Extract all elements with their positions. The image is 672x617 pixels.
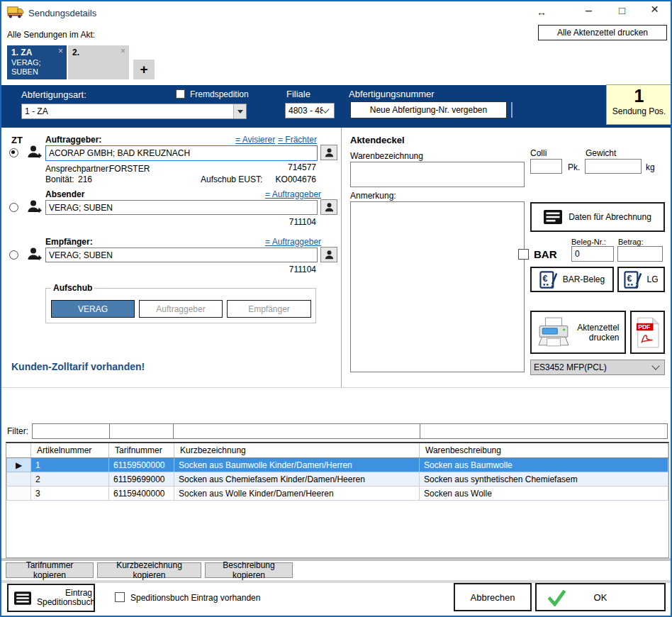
gewicht-input[interactable]	[585, 159, 642, 174]
speditionsbuch-checkbox[interactable]	[115, 592, 125, 602]
copy-tarifnummer-button[interactable]: Tarifnummer kopieren	[6, 562, 94, 578]
bonitaet-value: 216	[78, 174, 92, 184]
betrag-input[interactable]	[617, 246, 663, 262]
eintrag-speditionsbuch-button[interactable]: Eintrag Speditionsbuch	[7, 584, 95, 612]
empfaenger-radio[interactable]	[9, 250, 18, 260]
filter-tarifnummer-input[interactable]	[109, 423, 174, 439]
print-all-aktenzettel-button[interactable]: Alle Aktenzettel drucken	[538, 25, 667, 40]
svg-text:€: €	[542, 274, 547, 284]
filter-warenbeschreibung-input[interactable]	[420, 423, 668, 439]
cell-tarifnummer[interactable]: 61159699000	[109, 472, 174, 487]
close-icon[interactable]: ×	[651, 4, 659, 14]
filiale-dropdown-icon	[321, 105, 329, 113]
maximize-icon[interactable]: □	[619, 6, 625, 16]
absender-person-button[interactable]	[320, 199, 337, 215]
filter-kurzbezeichnung-input[interactable]	[173, 423, 420, 439]
anmerkung-textarea[interactable]	[350, 201, 525, 372]
grid-header-row: Artikelnummer Tarifnummer Kurzbezeichnun…	[7, 443, 668, 458]
fraechter-link[interactable]: = Frächter	[278, 135, 317, 145]
article-row-3[interactable]: 3 61159400000 Socken aus Wolle Kinder/Da…	[7, 487, 668, 501]
empfaenger-input[interactable]	[45, 248, 318, 262]
cell-tarifnummer[interactable]: 61159500000	[109, 458, 174, 472]
absender-radio[interactable]	[9, 203, 18, 212]
cell-kurzbezeichnung[interactable]: Socken aus Chemiefasem Kinder/Damen/Heer…	[174, 472, 420, 487]
cell-artikelnummer[interactable]: 2	[31, 472, 109, 487]
cell-kurzbezeichnung[interactable]: Socken aus Wolle Kinder/Damen/Heeren	[174, 487, 420, 501]
beleg-nr-input[interactable]	[571, 246, 614, 262]
auftraggeber-person-button[interactable]	[320, 145, 337, 160]
aktenzettel-drucken-button[interactable]: Aktenzettel drucken	[530, 311, 626, 354]
shipment-tab-2[interactable]: 2. ×	[68, 45, 129, 79]
add-absender-person-icon[interactable]	[27, 199, 43, 216]
col-artikelnummer[interactable]: Artikelnummer	[31, 443, 109, 458]
tab2-close-icon[interactable]: ×	[121, 47, 125, 55]
filter-artikelnummer-input[interactable]	[32, 423, 110, 439]
fremdspedition-label: Fremdspedition	[190, 89, 249, 99]
col-kurzbezeichnung[interactable]: Kurzbezeichnung	[174, 443, 420, 458]
add-empfaenger-person-icon[interactable]	[27, 247, 43, 264]
auftraggeber-input[interactable]	[45, 145, 318, 161]
list-icon	[544, 210, 562, 224]
pdf-button[interactable]: PDF	[630, 311, 665, 354]
cell-warenbeschreibung[interactable]: Socken aus synthetischen Chemiefasem	[420, 472, 668, 487]
absender-label: Absender	[45, 189, 84, 199]
colli-input[interactable]	[530, 159, 562, 174]
col-tarifnummer[interactable]: Tarifnummer	[109, 443, 174, 458]
avisierer-link[interactable]: = Avisierer	[235, 135, 275, 145]
aufschub-auftraggeber-button[interactable]: Auftraggeber	[139, 300, 223, 318]
cell-warenbeschreibung[interactable]: Socken aus Baumwolle	[420, 458, 668, 472]
printer-icon	[537, 317, 570, 348]
neue-abfertigungsnummer-button[interactable]: Neue Abfertigung-Nr. vergeben	[350, 101, 507, 118]
list-icon	[14, 591, 31, 605]
warenbezeichnung-textarea[interactable]	[350, 162, 525, 187]
abfertigungsart-dropdown-icon[interactable]	[233, 104, 246, 118]
fremdspedition-checkbox[interactable]	[176, 89, 185, 99]
lg-label: LG	[646, 274, 658, 284]
absender-auftraggeber-link[interactable]: = Auftraggeber	[265, 189, 321, 199]
cell-artikelnummer[interactable]: 3	[31, 487, 109, 501]
resize-icon[interactable]: ↔	[537, 7, 547, 17]
bar-beleg-button[interactable]: € BAR-Beleg	[530, 267, 614, 292]
filiale-combo[interactable]: 4803 - 480	[285, 103, 335, 118]
abfertigungsart-combo[interactable]: 1 - ZA	[21, 104, 247, 119]
add-shipment-tab-button[interactable]: +	[133, 60, 155, 79]
ok-button[interactable]: OK	[535, 583, 666, 611]
auftraggeber-radio[interactable]	[9, 148, 18, 157]
printer-dropdown-icon	[651, 362, 659, 369]
auftraggeber-id: 714577	[250, 162, 316, 172]
add-auftraggeber-person-icon[interactable]	[27, 145, 43, 162]
bar-checkbox[interactable]	[518, 249, 529, 260]
article-row-1[interactable]: ▶ 1 61159500000 Socken aus Baumwolle Kin…	[7, 458, 668, 472]
ansprechpartner-value: FORSTER	[109, 164, 150, 174]
main-bottom-line	[1, 387, 672, 388]
minimize-icon[interactable]: –	[586, 6, 592, 16]
cell-warenbeschreibung[interactable]: Socken aus Wolle	[420, 487, 668, 501]
speditionsbuch-checkbox-label: Speditionsbuch Eintrag vorhanden	[130, 593, 260, 603]
col-warenbeschreibung[interactable]: Warenbeschreibung	[420, 443, 668, 458]
empfaenger-person-button[interactable]	[320, 247, 337, 262]
cell-kurzbezeichnung[interactable]: Socken aus Baumwolle Kinder/Damen/Herren	[174, 458, 420, 472]
lg-button[interactable]: € LG	[617, 267, 665, 292]
absender-input[interactable]	[45, 200, 318, 215]
abfertigungsnummer-label: Abfertigungsnummer	[349, 89, 435, 99]
aufschub-legend: Aufschub	[51, 283, 94, 293]
euro-receipt-icon: €	[539, 271, 559, 289]
aufschub-empfaenger-button[interactable]: Empfänger	[227, 300, 311, 318]
cell-tarifnummer[interactable]: 61159400000	[109, 487, 174, 501]
aktendeckel-title: Aktendeckel	[350, 135, 405, 145]
empfaenger-auftraggeber-link[interactable]: = Auftraggeber	[265, 237, 321, 247]
tab1-close-icon[interactable]: ×	[58, 47, 63, 55]
cell-artikelnummer[interactable]: 1	[31, 458, 109, 472]
cancel-button[interactable]: Abbrechen	[454, 583, 532, 611]
copy-kurzbezeichnung-button[interactable]: Kurzbezeichnung kopieren	[97, 562, 201, 578]
gewicht-label: Gewicht	[586, 148, 616, 158]
article-row-2[interactable]: 2 61159699000 Socken aus Chemiefasem Kin…	[7, 472, 668, 487]
copy-beschreibung-button[interactable]: Beschreibung kopieren	[205, 562, 293, 578]
tab2-title: 2.	[72, 48, 79, 57]
gewicht-unit: kg	[646, 162, 655, 172]
shipment-tab-1[interactable]: 1. ZA × VERAG; SUBEN	[7, 45, 67, 79]
row-selector-cell	[7, 472, 31, 487]
aufschub-verag-button[interactable]: VERAG	[51, 300, 135, 318]
printer-combo[interactable]: ES3452 MFP(PCL)	[530, 360, 665, 375]
daten-abrechnung-button[interactable]: Daten für Abrechnung	[530, 202, 665, 232]
